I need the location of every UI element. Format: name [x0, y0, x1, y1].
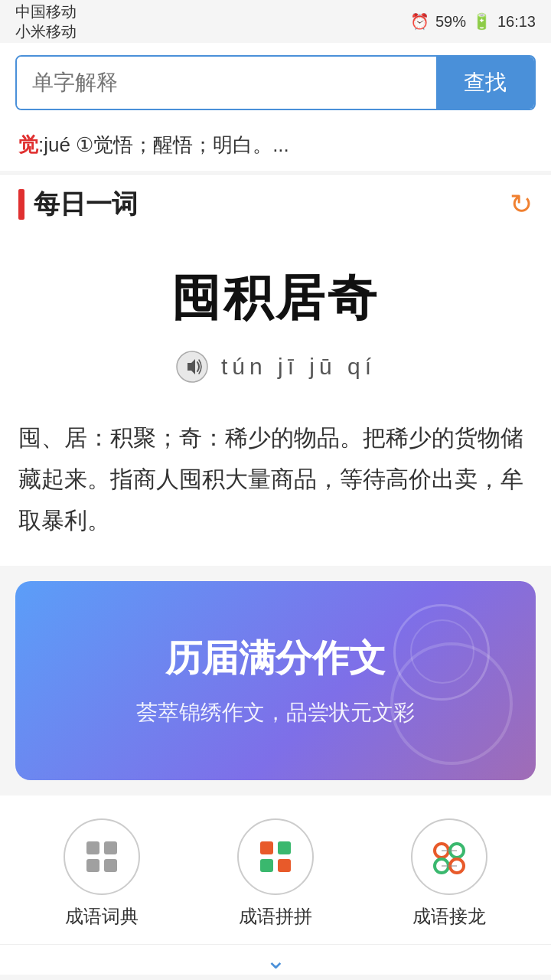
- banner[interactable]: 历届满分作文 荟萃锦绣作文，品尝状元文彩: [15, 581, 536, 780]
- bottom-peek: ⌄: [0, 944, 551, 975]
- svg-rect-6: [104, 859, 117, 872]
- daily-word-header: 每日一词 ↻: [0, 174, 551, 234]
- chengyu-pinpin-label: 成语拼拼: [239, 904, 312, 929]
- time-display: 16:13: [497, 13, 536, 31]
- carrier-name2: 小米移动: [15, 21, 77, 41]
- bottom-features: 成语词典 成语拼拼 成语接龙: [0, 795, 551, 944]
- chengyu-cidian-icon-wrapper: [64, 818, 140, 895]
- idiom-display: 囤积居奇 tún jī jū qí: [0, 234, 551, 399]
- chengyu-jielong-icon-wrapper: [411, 818, 487, 895]
- chengyu-jielong-label: 成语接龙: [412, 904, 486, 929]
- search-bar: 查找: [15, 55, 536, 110]
- search-input[interactable]: [17, 57, 436, 109]
- speaker-icon[interactable]: [175, 350, 209, 384]
- banner-title: 历届满分作文: [165, 634, 386, 683]
- daily-word-title-row: 每日一词: [18, 187, 138, 222]
- idiom-pinyin: tún jī jū qí: [221, 354, 376, 380]
- feature-chengyu-cidian[interactable]: 成语词典: [64, 818, 140, 929]
- svg-rect-10: [278, 859, 291, 872]
- chengyu-cidian-label: 成语词典: [65, 904, 139, 929]
- svg-rect-9: [260, 859, 273, 872]
- svg-rect-7: [260, 841, 273, 854]
- red-bar-decoration: [18, 189, 24, 220]
- carrier-info: 中国移动 小米移动: [15, 2, 77, 41]
- search-container: 查找: [0, 43, 551, 122]
- svg-rect-4: [104, 841, 117, 854]
- idiom-explanation: 囤、居：积聚；奇：稀少的物品。把稀少的货物储藏起来。指商人囤积大量商品，等待高价…: [0, 399, 551, 566]
- search-button[interactable]: 查找: [436, 57, 534, 109]
- svg-rect-3: [86, 841, 99, 854]
- carrier-name: 中国移动: [15, 2, 77, 21]
- feature-chengyu-pinpin[interactable]: 成语拼拼: [237, 818, 314, 929]
- banner-subtitle: 荟萃锦绣作文，品尝状元文彩: [136, 698, 415, 727]
- daily-word-title: 每日一词: [34, 187, 138, 222]
- idiom-pinyin-row: tún jī jū qí: [15, 350, 536, 384]
- clock-icon: ⏰: [410, 12, 429, 31]
- chengyu-jielong-icon: [426, 834, 472, 880]
- svg-rect-5: [86, 859, 99, 872]
- bottom-chevron-icon: ⌄: [266, 946, 286, 975]
- word-hint[interactable]: 觉:jué ①觉悟；醒悟；明白。...: [0, 122, 551, 171]
- chengyu-pinpin-icon: [253, 834, 298, 880]
- refresh-icon[interactable]: ↻: [510, 188, 533, 220]
- status-bar: 中国移动 小米移动 ⏰ 59% 🔋 16:13: [0, 0, 551, 43]
- feature-chengyu-jielong[interactable]: 成语接龙: [411, 818, 487, 929]
- word-char: 觉: [18, 133, 38, 156]
- chengyu-pinpin-icon-wrapper: [237, 818, 314, 895]
- status-right: ⏰ 59% 🔋 16:13: [410, 12, 536, 31]
- idiom-characters: 囤积居奇: [15, 265, 536, 332]
- svg-rect-8: [278, 841, 291, 854]
- battery-icon: 🔋: [472, 12, 491, 31]
- chengyu-cidian-icon: [79, 834, 125, 880]
- word-hint-text: :jué ①觉悟；醒悟；明白。...: [38, 133, 289, 156]
- battery-percent: 59%: [435, 13, 466, 31]
